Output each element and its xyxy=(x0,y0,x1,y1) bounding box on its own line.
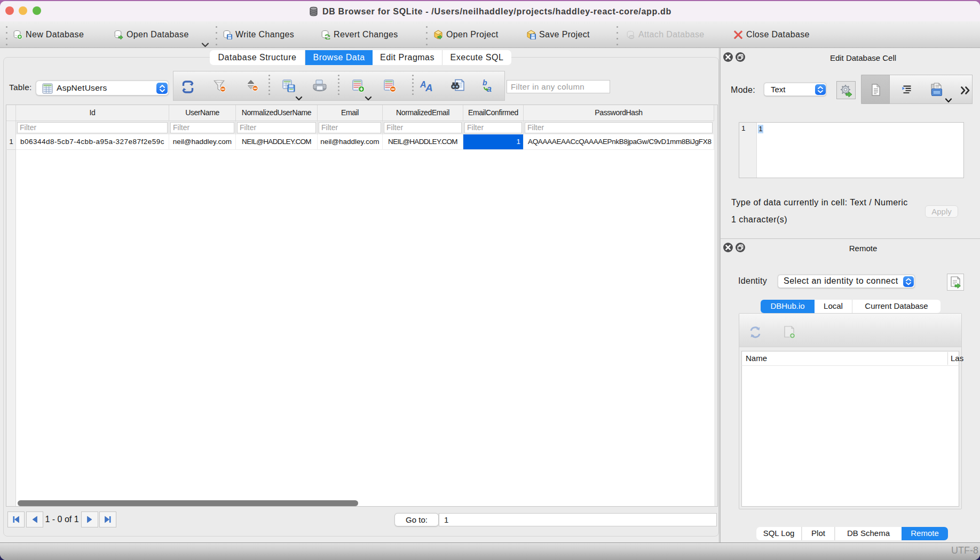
svg-text:a: a xyxy=(487,84,492,93)
svg-text:A: A xyxy=(425,82,433,93)
